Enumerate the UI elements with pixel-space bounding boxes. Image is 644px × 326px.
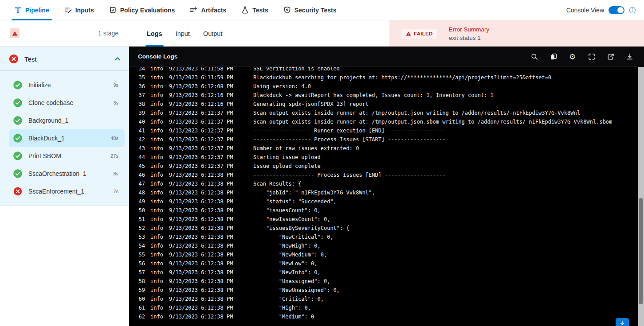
log-message: "High": 0,	[253, 303, 644, 312]
success-check-icon	[13, 134, 22, 143]
log-timestamp: 9/13/2023 6:12:38 PM	[169, 197, 248, 206]
log-line: 42 info 9/13/2023 6:12:37 PM -----------…	[134, 135, 644, 144]
log-line: 39 info 9/13/2023 6:12:37 PM Scan output…	[134, 109, 644, 117]
step-row-clone-codebase[interactable]: Clone codebase 3s	[9, 94, 125, 112]
line-number: 52	[134, 224, 145, 233]
chevron-up-icon[interactable]	[114, 55, 121, 62]
success-check-icon	[13, 81, 22, 89]
log-message: Number of raw issues extracted: 0	[253, 144, 644, 153]
line-number: 54	[134, 241, 145, 250]
scrollbar-thumb[interactable]	[639, 198, 643, 304]
log-level: info	[150, 73, 164, 82]
external-link-icon[interactable]	[607, 53, 614, 60]
error-summary-title: Error Summary	[449, 26, 490, 33]
log-timestamp: 9/13/2023 6:12:37 PM	[169, 153, 248, 162]
log-line: 41 info 9/13/2023 6:12:37 PM -----------…	[134, 126, 644, 135]
line-number: 41	[134, 126, 145, 135]
log-timestamp: 9/13/2023 6:12:38 PM	[169, 277, 248, 286]
step-row-print-sbom[interactable]: Print SBOM 27s	[9, 147, 125, 165]
log-level: info	[150, 286, 164, 295]
tab-output[interactable]: Output	[203, 20, 223, 47]
warning-triangle-icon	[406, 31, 411, 36]
step-row-background-1[interactable]: Background_1	[9, 112, 125, 129]
line-number: 51	[134, 215, 145, 224]
log-message: Blackduck -> awaitReport has completed, …	[253, 91, 644, 100]
download-icon[interactable]	[626, 53, 633, 60]
line-number: 47	[134, 179, 145, 188]
log-level: info	[150, 144, 164, 153]
log-timestamp: 9/13/2023 6:11:59 PM	[169, 73, 248, 82]
log-timestamp: 9/13/2023 6:12:38 PM	[169, 179, 248, 188]
execution-sidebar: 1 stage Test Initialize 9s Clone codebas…	[0, 20, 129, 326]
line-number: 34	[134, 67, 145, 73]
tab-logs[interactable]: Logs	[147, 20, 162, 47]
log-level: info	[150, 91, 164, 100]
copy-icon[interactable]	[550, 53, 557, 60]
line-number: 38	[134, 100, 145, 109]
log-timestamp: 9/13/2023 6:12:38 PM	[169, 268, 248, 277]
log-message: "Medium": 0	[253, 312, 644, 321]
stage-row-test[interactable]: Test	[0, 47, 129, 70]
stage-panel: Test Initialize 9s Clone codebase 3s Bac…	[0, 47, 129, 206]
nav-tab-inputs[interactable]: Inputs	[64, 0, 94, 20]
log-level: info	[150, 277, 164, 286]
step-row-initialize[interactable]: Initialize 9s	[9, 76, 125, 94]
stage-summary-bar: 1 stage	[0, 20, 129, 47]
log-line: 54 info 9/13/2023 6:12:38 PM "NewHigh": …	[134, 241, 644, 250]
log-line: 43 info 9/13/2023 6:12:37 PM Number of r…	[134, 144, 644, 153]
line-number: 44	[134, 153, 145, 162]
tests-icon	[241, 6, 249, 14]
line-number: 39	[134, 109, 145, 117]
log-timestamp: 9/13/2023 6:12:16 PM	[169, 91, 248, 100]
nav-tab-policy-evaluations[interactable]: Policy Evaluations	[109, 0, 175, 20]
log-message: ------------------ Process Issues [START…	[253, 135, 644, 144]
log-line: 38 info 9/13/2023 6:12:16 PM Generating …	[134, 100, 644, 109]
nav-tab-tests[interactable]: Tests	[241, 0, 268, 20]
error-summary: FAILED Error Summary exit status 1	[389, 20, 644, 47]
log-level: info	[150, 224, 164, 233]
top-nav: Pipeline Inputs Policy Evaluations Artif…	[0, 0, 644, 20]
console-view-control: Console View	[566, 6, 636, 14]
log-timestamp: 9/13/2023 6:12:38 PM	[169, 312, 248, 321]
step-row-sscaorchestration-1[interactable]: SscaOrchestration_1 8s	[9, 165, 125, 182]
log-area: 34 info 9/13/2023 6:11:58 PM SSL verific…	[129, 67, 644, 326]
line-number: 49	[134, 197, 145, 206]
log-line: 62 info 9/13/2023 6:12:38 PM "Medium": 0	[134, 312, 644, 321]
log-timestamp: 9/13/2023 6:12:08 PM	[169, 82, 248, 91]
line-number: 57	[134, 268, 145, 277]
log-timestamp: 9/13/2023 6:12:38 PM	[169, 241, 248, 250]
line-number: 55	[134, 250, 145, 259]
scroll-to-bottom-button[interactable]	[616, 318, 629, 326]
console-view-toggle[interactable]	[609, 6, 624, 14]
main-header: LogsInputOutput FAILED Error Summary exi…	[129, 20, 644, 47]
log-level: info	[150, 135, 164, 144]
search-icon[interactable]	[530, 53, 538, 60]
nav-tab-pipeline[interactable]: Pipeline	[14, 0, 49, 20]
log-level: info	[150, 241, 164, 250]
log-level: info	[150, 126, 164, 135]
log-line: 47 info 9/13/2023 6:12:38 PM Scan Result…	[134, 179, 644, 188]
log-line: 46 info 9/13/2023 6:12:38 PM -----------…	[134, 171, 644, 179]
log-message: "newIssuesCount": 0,	[253, 215, 644, 224]
settings-icon[interactable]: ⚙	[569, 53, 576, 60]
arrow-down-icon	[620, 321, 625, 326]
log-tabbar: LogsInputOutput	[129, 20, 389, 47]
step-row-blackduck-1[interactable]: BlackDuck_1 48s	[9, 129, 125, 147]
log-line: 59 info 9/13/2023 6:12:38 PM "NewUnassig…	[134, 286, 644, 295]
console-scrollbar[interactable]	[638, 67, 644, 326]
log-line: 49 info 9/13/2023 6:12:38 PM "status": "…	[134, 197, 644, 206]
log-message: "NewUnassigned": 0,	[253, 286, 644, 295]
line-number: 46	[134, 171, 145, 179]
log-timestamp: 9/13/2023 6:12:37 PM	[169, 126, 248, 135]
nav-tab-artifacts[interactable]: Artifacts	[190, 0, 226, 20]
log-line: 37 info 9/13/2023 6:12:16 PM Blackduck -…	[134, 91, 644, 100]
fullscreen-icon[interactable]	[588, 53, 595, 60]
log-level: info	[150, 171, 164, 179]
tab-input[interactable]: Input	[176, 20, 190, 47]
log-level: info	[150, 109, 164, 117]
step-row-sscaenforcement-1[interactable]: SscaEnforcement_1 7s	[9, 182, 125, 200]
info-icon[interactable]	[629, 7, 636, 14]
nav-tab-security-tests[interactable]: Security Tests	[283, 0, 337, 20]
log-level: info	[150, 206, 164, 215]
log-level: info	[150, 303, 164, 312]
